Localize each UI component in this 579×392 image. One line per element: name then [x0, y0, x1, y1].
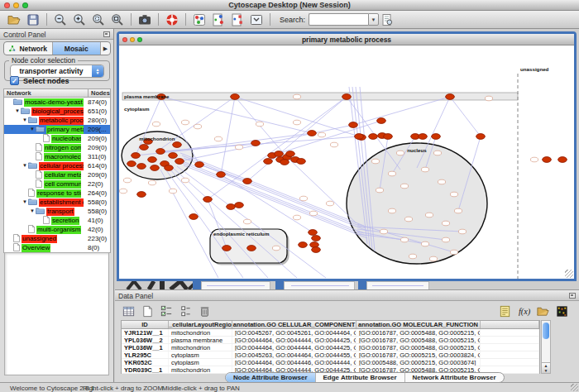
network-node-white[interactable] [376, 188, 383, 193]
network-node-orange[interactable] [251, 141, 261, 146]
network-node-orange[interactable] [299, 242, 308, 248]
network-node-white[interactable] [299, 196, 307, 201]
network-node-white[interactable] [181, 178, 189, 183]
select-attributes-button[interactable] [158, 303, 175, 319]
network-node-white[interactable] [421, 167, 428, 172]
network-node-orange[interactable] [312, 236, 321, 241]
network-edge[interactable] [161, 97, 312, 133]
network-node-orange[interactable] [165, 165, 174, 171]
tab-network-attribute-browser[interactable]: Network Attribute Browser [405, 373, 504, 382]
zoom-icon[interactable] [137, 37, 142, 42]
network-node-orange[interactable] [137, 192, 146, 198]
network-node-white[interactable] [433, 151, 441, 155]
network-node-white[interactable] [380, 229, 387, 234]
network-node-white[interactable] [442, 221, 449, 226]
network-node-white[interactable] [458, 229, 466, 234]
network-node-white[interactable] [454, 208, 462, 213]
expander-icon[interactable]: ▼ [29, 207, 36, 216]
tree-row[interactable]: secretion41(0) [4, 216, 110, 225]
column-header[interactable]: annotation.GO MOLECULAR_FUNCTION [356, 321, 481, 328]
network-node-white[interactable] [181, 120, 189, 125]
table-row[interactable]: YPL036W__1mitochondrion[GO:0044464, GO:0… [122, 344, 539, 351]
network-node-orange[interactable] [203, 197, 213, 203]
close-icon[interactable] [122, 37, 127, 42]
network-node-white[interactable] [243, 219, 251, 224]
tree-row[interactable]: ▼establishment of lo558(0) [4, 198, 110, 207]
open-file-button[interactable] [6, 12, 22, 28]
network-edge[interactable] [287, 157, 356, 223]
network-edge[interactable] [235, 97, 359, 136]
network-node-orange[interactable] [140, 145, 149, 151]
network-node-white[interactable] [148, 180, 156, 185]
network-node-orange[interactable] [419, 134, 428, 140]
network-node-orange[interactable] [189, 214, 199, 220]
zoom-in-button[interactable] [71, 12, 88, 28]
tree-row[interactable]: ▼biological_process651(0) [4, 107, 110, 116]
network-node-orange[interactable] [195, 162, 204, 168]
vizmapper-button[interactable] [191, 12, 208, 28]
expander-icon[interactable]: ▼ [22, 116, 28, 125]
network-node-orange[interactable] [127, 161, 136, 167]
expander-icon[interactable]: ▼ [22, 198, 28, 207]
column-header-empty[interactable] [481, 321, 539, 328]
tree-row[interactable]: response to stimulu264(0) [4, 189, 110, 198]
background-window[interactable] [284, 281, 355, 289]
network-node-orange[interactable] [369, 134, 378, 140]
network-node-orange[interactable] [342, 94, 352, 100]
network-node-white[interactable] [214, 136, 222, 141]
network-node-orange[interactable] [312, 247, 321, 253]
attribute-table-header[interactable]: ID_cellularLayoutRegionannotation.GO CEL… [122, 321, 539, 329]
tab-scroll-right-button[interactable]: ▶ [101, 42, 110, 55]
table-row[interactable]: YPL036W__2plasma membrane[GO:0044464, GO… [122, 337, 539, 344]
network-node-white[interactable] [235, 145, 242, 150]
network-node-orange[interactable] [156, 149, 165, 155]
network-node-orange[interactable] [432, 134, 441, 140]
network-node-orange[interactable] [286, 151, 295, 157]
network-node-white[interactable] [119, 189, 127, 194]
scrollbar-thumb[interactable] [543, 323, 549, 339]
tab-edge-attribute-browser[interactable]: Edge Attribute Browser [316, 373, 405, 382]
network-node-orange[interactable] [446, 94, 455, 100]
network-node-white[interactable] [409, 254, 416, 259]
background-window[interactable] [201, 281, 270, 289]
background-window-titlebar[interactable] [358, 281, 366, 289]
network-node-orange[interactable] [543, 157, 552, 163]
tree-row[interactable]: cell communicati22(0) [4, 179, 110, 189]
matrix-button[interactable] [553, 303, 570, 319]
network-node-orange[interactable] [173, 142, 182, 148]
network-node-white[interactable] [194, 124, 201, 129]
window-resize-grip[interactable] [565, 270, 573, 278]
network-node-orange[interactable] [309, 230, 318, 236]
notes-button[interactable] [496, 303, 513, 319]
network-node-white[interactable] [425, 213, 433, 218]
table-row[interactable]: YKR052Ccytoplasm[GO:0044464, GO:0044446,… [122, 359, 539, 366]
network-node-white[interactable] [429, 256, 437, 261]
network-edge[interactable] [450, 97, 481, 136]
minimize-icon[interactable] [130, 37, 135, 42]
network-node-white[interactable] [371, 159, 379, 164]
tree-row[interactable]: unassigned223(0) [4, 234, 110, 243]
new-attribute-button[interactable] [139, 303, 156, 319]
network-node-white[interactable] [421, 241, 428, 246]
network-node-white[interactable] [293, 94, 300, 99]
network-node-orange[interactable] [558, 157, 567, 163]
network-node-orange[interactable] [243, 179, 252, 184]
network-node-orange[interactable] [355, 134, 364, 140]
network-node-orange[interactable] [217, 172, 226, 178]
close-button[interactable] [4, 2, 10, 8]
annotation-edit-button[interactable] [229, 12, 246, 28]
tree-row[interactable]: nitrogen compou209(0) [4, 143, 110, 152]
formula-button[interactable]: f(x) [515, 303, 532, 319]
network-node-white[interactable] [326, 201, 333, 206]
attribute-table-button[interactable] [120, 303, 136, 319]
network-node-white[interactable] [388, 171, 395, 176]
zoom-button[interactable] [22, 2, 28, 8]
tree-row[interactable]: macromolecule311(0) [4, 152, 110, 161]
zoom-out-button[interactable] [52, 12, 69, 28]
zoom-selected-button[interactable] [90, 12, 107, 28]
search-input[interactable] [309, 13, 368, 26]
float-panel-icon[interactable] [103, 31, 110, 37]
table-row[interactable]: YLR295Ccytoplasm[GO:0045263, GO:0044464,… [122, 351, 539, 359]
network-node-white[interactable] [272, 246, 280, 251]
network-window-titlebar[interactable]: primary metabolic process [119, 34, 574, 45]
